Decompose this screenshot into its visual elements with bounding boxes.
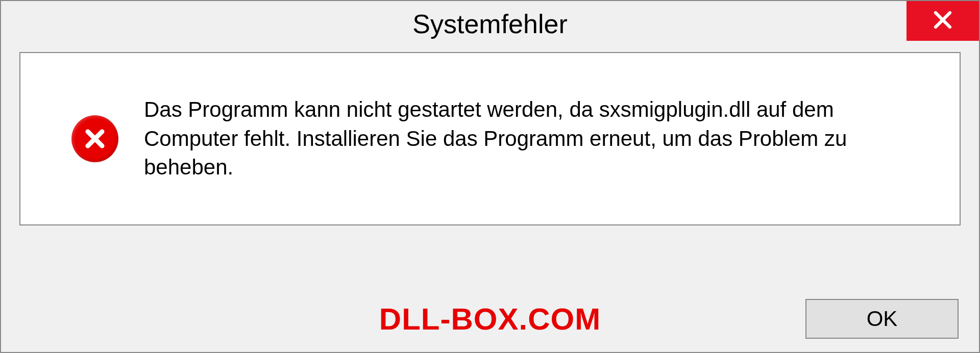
error-circle-x-icon <box>71 115 118 162</box>
close-icon <box>932 9 953 33</box>
error-dialog: Systemfehler Das Programm kann nicht ges… <box>0 0 980 353</box>
close-button[interactable] <box>906 1 979 41</box>
titlebar: Systemfehler <box>1 1 979 47</box>
ok-button[interactable]: OK <box>805 299 959 339</box>
watermark-text: DLL-BOX.COM <box>379 301 601 337</box>
error-icon-wrap <box>71 115 118 162</box>
error-message: Das Programm kann nicht gestartet werden… <box>144 95 910 182</box>
content-area: Das Programm kann nicht gestartet werden… <box>19 52 961 225</box>
footer: DLL-BOX.COM OK <box>1 286 979 352</box>
dialog-title: Systemfehler <box>412 9 567 39</box>
ok-button-label: OK <box>867 307 898 331</box>
